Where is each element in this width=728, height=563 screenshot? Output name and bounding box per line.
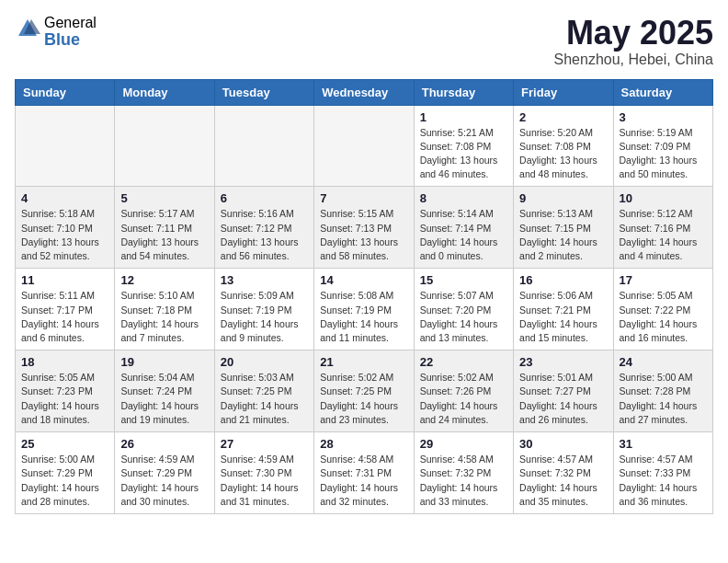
day-info: Sunrise: 5:13 AM Sunset: 7:15 PM Dayligh…: [519, 207, 607, 263]
day-number: 3: [620, 110, 707, 124]
calendar-cell: 16Sunrise: 5:06 AM Sunset: 7:21 PM Dayli…: [514, 269, 613, 350]
day-info: Sunrise: 5:04 AM Sunset: 7:24 PM Dayligh…: [120, 371, 208, 427]
day-number: 31: [620, 437, 707, 451]
day-number: 12: [120, 273, 208, 287]
day-info: Sunrise: 5:14 AM Sunset: 7:14 PM Dayligh…: [420, 207, 507, 263]
day-number: 7: [320, 191, 407, 205]
weekday-header-tuesday: Tuesday: [214, 79, 313, 105]
day-info: Sunrise: 5:07 AM Sunset: 7:20 PM Dayligh…: [420, 289, 507, 345]
logo: General Blue: [15, 15, 97, 49]
day-number: 15: [420, 273, 507, 287]
day-info: Sunrise: 5:05 AM Sunset: 7:23 PM Dayligh…: [21, 371, 108, 427]
day-info: Sunrise: 5:20 AM Sunset: 7:08 PM Dayligh…: [519, 126, 607, 182]
day-number: 24: [620, 355, 707, 369]
day-number: 28: [320, 437, 407, 451]
calendar-cell: 18Sunrise: 5:05 AM Sunset: 7:23 PM Dayli…: [16, 350, 115, 432]
day-number: 11: [21, 273, 108, 287]
day-number: 2: [519, 110, 607, 124]
day-info: Sunrise: 5:03 AM Sunset: 7:25 PM Dayligh…: [221, 371, 308, 427]
day-info: Sunrise: 4:59 AM Sunset: 7:30 PM Dayligh…: [221, 453, 308, 509]
calendar-week-row: 4Sunrise: 5:18 AM Sunset: 7:10 PM Daylig…: [16, 187, 713, 269]
day-number: 30: [519, 437, 607, 451]
day-number: 20: [221, 355, 308, 369]
day-info: Sunrise: 5:10 AM Sunset: 7:18 PM Dayligh…: [120, 289, 208, 345]
day-number: 4: [21, 191, 108, 205]
day-info: Sunrise: 5:02 AM Sunset: 7:26 PM Dayligh…: [420, 371, 507, 427]
day-info: Sunrise: 5:08 AM Sunset: 7:19 PM Dayligh…: [320, 289, 407, 345]
calendar-week-row: 25Sunrise: 5:00 AM Sunset: 7:29 PM Dayli…: [16, 432, 713, 514]
day-number: 5: [120, 191, 208, 205]
day-number: 8: [420, 191, 507, 205]
day-info: Sunrise: 5:00 AM Sunset: 7:29 PM Dayligh…: [21, 453, 108, 509]
day-info: Sunrise: 5:09 AM Sunset: 7:19 PM Dayligh…: [221, 289, 308, 345]
calendar-week-row: 18Sunrise: 5:05 AM Sunset: 7:23 PM Dayli…: [16, 350, 713, 432]
day-number: 9: [519, 191, 607, 205]
calendar-cell: 8Sunrise: 5:14 AM Sunset: 7:14 PM Daylig…: [414, 187, 513, 269]
day-info: Sunrise: 5:11 AM Sunset: 7:17 PM Dayligh…: [21, 289, 108, 345]
calendar-cell: 4Sunrise: 5:18 AM Sunset: 7:10 PM Daylig…: [16, 187, 115, 269]
day-number: 6: [221, 191, 308, 205]
calendar-cell: 1Sunrise: 5:21 AM Sunset: 7:08 PM Daylig…: [414, 105, 513, 187]
day-number: 14: [320, 273, 407, 287]
calendar-cell: 6Sunrise: 5:16 AM Sunset: 7:12 PM Daylig…: [214, 187, 313, 269]
calendar-cell: 17Sunrise: 5:05 AM Sunset: 7:22 PM Dayli…: [613, 269, 712, 350]
day-number: 25: [21, 437, 108, 451]
calendar-week-row: 11Sunrise: 5:11 AM Sunset: 7:17 PM Dayli…: [16, 269, 713, 350]
calendar-cell: [16, 105, 115, 187]
day-info: Sunrise: 5:05 AM Sunset: 7:22 PM Dayligh…: [620, 289, 707, 345]
calendar-cell: 26Sunrise: 4:59 AM Sunset: 7:29 PM Dayli…: [115, 432, 214, 514]
calendar-cell: 10Sunrise: 5:12 AM Sunset: 7:16 PM Dayli…: [613, 187, 712, 269]
weekday-header-thursday: Thursday: [414, 79, 513, 105]
day-number: 23: [519, 355, 607, 369]
calendar-cell: 13Sunrise: 5:09 AM Sunset: 7:19 PM Dayli…: [214, 269, 313, 350]
calendar-cell: 12Sunrise: 5:10 AM Sunset: 7:18 PM Dayli…: [115, 269, 214, 350]
day-number: 13: [221, 273, 308, 287]
calendar-cell: 3Sunrise: 5:19 AM Sunset: 7:09 PM Daylig…: [613, 105, 712, 187]
calendar-cell: 2Sunrise: 5:20 AM Sunset: 7:08 PM Daylig…: [514, 105, 613, 187]
weekday-header-saturday: Saturday: [613, 79, 712, 105]
calendar-cell: 20Sunrise: 5:03 AM Sunset: 7:25 PM Dayli…: [214, 350, 313, 432]
day-number: 10: [620, 191, 707, 205]
day-info: Sunrise: 4:57 AM Sunset: 7:33 PM Dayligh…: [620, 453, 707, 509]
weekday-header-wednesday: Wednesday: [314, 79, 414, 105]
day-number: 16: [519, 273, 607, 287]
location: Shenzhou, Hebei, China: [554, 52, 713, 68]
calendar-cell: 15Sunrise: 5:07 AM Sunset: 7:20 PM Dayli…: [414, 269, 513, 350]
logo-icon: [15, 16, 40, 41]
day-number: 22: [420, 355, 507, 369]
day-info: Sunrise: 5:02 AM Sunset: 7:25 PM Dayligh…: [320, 371, 407, 427]
calendar-cell: 27Sunrise: 4:59 AM Sunset: 7:30 PM Dayli…: [214, 432, 313, 514]
calendar-cell: 11Sunrise: 5:11 AM Sunset: 7:17 PM Dayli…: [16, 269, 115, 350]
day-info: Sunrise: 5:16 AM Sunset: 7:12 PM Dayligh…: [221, 207, 308, 263]
day-info: Sunrise: 5:18 AM Sunset: 7:10 PM Dayligh…: [21, 207, 108, 263]
calendar-cell: 22Sunrise: 5:02 AM Sunset: 7:26 PM Dayli…: [414, 350, 513, 432]
calendar-cell: [314, 105, 414, 187]
calendar-cell: 23Sunrise: 5:01 AM Sunset: 7:27 PM Dayli…: [514, 350, 613, 432]
calendar-cell: 9Sunrise: 5:13 AM Sunset: 7:15 PM Daylig…: [514, 187, 613, 269]
logo-general: General: [44, 15, 97, 31]
calendar-cell: 19Sunrise: 5:04 AM Sunset: 7:24 PM Dayli…: [115, 350, 214, 432]
day-info: Sunrise: 4:58 AM Sunset: 7:31 PM Dayligh…: [320, 453, 407, 509]
day-number: 1: [420, 110, 507, 124]
day-number: 27: [221, 437, 308, 451]
day-number: 17: [620, 273, 707, 287]
day-info: Sunrise: 4:59 AM Sunset: 7:29 PM Dayligh…: [120, 453, 208, 509]
day-info: Sunrise: 5:19 AM Sunset: 7:09 PM Dayligh…: [620, 126, 707, 182]
day-info: Sunrise: 5:06 AM Sunset: 7:21 PM Dayligh…: [519, 289, 607, 345]
weekday-header-row: SundayMondayTuesdayWednesdayThursdayFrid…: [16, 79, 713, 105]
day-info: Sunrise: 5:00 AM Sunset: 7:28 PM Dayligh…: [620, 371, 707, 427]
calendar-cell: 21Sunrise: 5:02 AM Sunset: 7:25 PM Dayli…: [314, 350, 414, 432]
day-info: Sunrise: 4:58 AM Sunset: 7:32 PM Dayligh…: [420, 453, 507, 509]
logo-blue: Blue: [44, 31, 97, 50]
day-number: 18: [21, 355, 108, 369]
day-info: Sunrise: 5:12 AM Sunset: 7:16 PM Dayligh…: [620, 207, 707, 263]
calendar-cell: 28Sunrise: 4:58 AM Sunset: 7:31 PM Dayli…: [314, 432, 414, 514]
calendar-cell: 31Sunrise: 4:57 AM Sunset: 7:33 PM Dayli…: [613, 432, 712, 514]
day-info: Sunrise: 4:57 AM Sunset: 7:32 PM Dayligh…: [519, 453, 607, 509]
calendar-cell: 24Sunrise: 5:00 AM Sunset: 7:28 PM Dayli…: [613, 350, 712, 432]
day-number: 26: [120, 437, 208, 451]
weekday-header-monday: Monday: [115, 79, 214, 105]
day-info: Sunrise: 5:17 AM Sunset: 7:11 PM Dayligh…: [120, 207, 208, 263]
weekday-header-sunday: Sunday: [16, 79, 115, 105]
page-header: General Blue May 2025 Shenzhou, Hebei, C…: [15, 15, 713, 68]
